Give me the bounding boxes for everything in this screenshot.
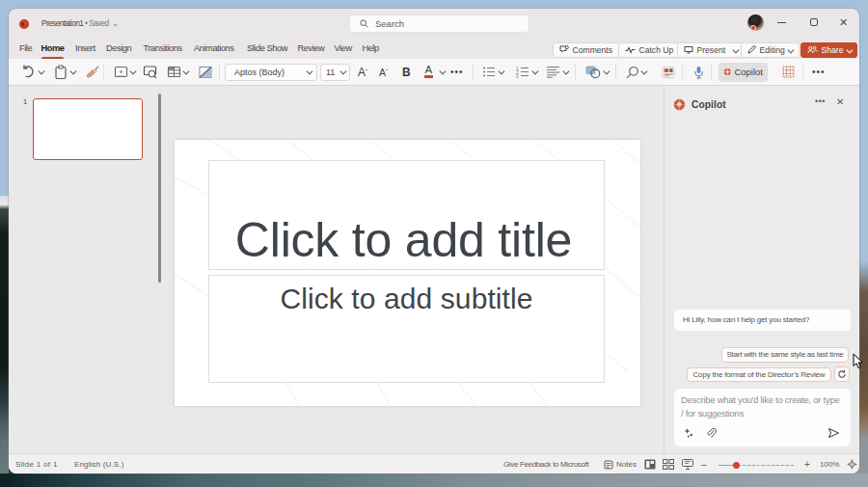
svg-text:3: 3 bbox=[516, 74, 519, 78]
